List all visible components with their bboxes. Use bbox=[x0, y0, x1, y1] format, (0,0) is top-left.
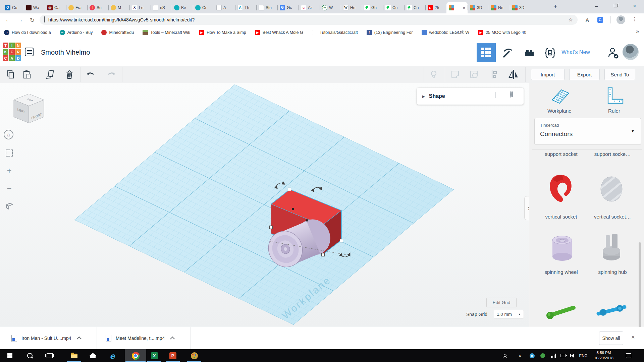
bookmark-item[interactable]: MinecraftEdu bbox=[101, 30, 134, 35]
browser-tab[interactable]: X Le bbox=[129, 2, 151, 13]
workplane-tool[interactable]: Workplane bbox=[534, 86, 585, 115]
search-button[interactable] bbox=[22, 349, 38, 362]
browser-tab[interactable]: A Th bbox=[235, 2, 256, 13]
browser-tab[interactable]: @ Ca bbox=[45, 2, 66, 13]
bookmarks-overflow-chevron[interactable]: » bbox=[636, 28, 639, 35]
window-minimize-button[interactable]: – bbox=[589, 0, 604, 11]
panel-scrollbar[interactable] bbox=[639, 242, 641, 327]
part-thumb-vertical-socket[interactable] bbox=[543, 172, 580, 206]
design-title[interactable]: Smooth Vihelmo bbox=[41, 39, 90, 66]
download-item[interactable]: Iron Man - Suit U....mp4 bbox=[11, 327, 80, 349]
import-button[interactable]: Import bbox=[531, 69, 565, 80]
browser-tab[interactable]: Cu bbox=[383, 2, 404, 13]
tinkercad-logo[interactable]: TIN KER CAD bbox=[3, 43, 21, 61]
browser-tab[interactable]: W He bbox=[341, 2, 362, 13]
browser-tab[interactable]: ! Su bbox=[87, 2, 108, 13]
browser-tab[interactable]: 3D bbox=[510, 2, 531, 13]
url-text[interactable]: https://www.tinkercad.com/things/kA48Aws… bbox=[48, 17, 569, 22]
action-center-icon[interactable] bbox=[623, 349, 635, 362]
paint-icon[interactable] bbox=[186, 349, 202, 362]
edge-icon[interactable]: e bbox=[105, 349, 120, 362]
export-button[interactable]: Export bbox=[569, 69, 600, 80]
minecraft-pickaxe-icon[interactable] bbox=[500, 46, 514, 60]
bookmark-item[interactable]: ▶ Best Whack A Mole G bbox=[255, 30, 303, 35]
show-all-downloads-button[interactable]: Show all bbox=[599, 331, 623, 345]
lego-brick-icon[interactable] bbox=[523, 46, 536, 60]
autodesk-extension-icon[interactable]: A bbox=[584, 16, 591, 23]
omnibox[interactable]: https://www.tinkercad.com/things/kA48Aws… bbox=[40, 15, 578, 25]
copy-icon[interactable] bbox=[5, 69, 16, 80]
language-indicator[interactable]: ENG bbox=[578, 349, 589, 362]
paste-icon[interactable] bbox=[21, 69, 32, 80]
browser-tab[interactable]: W W bbox=[320, 2, 341, 13]
bookmark-item[interactable]: ∞ Arduino - Buy bbox=[60, 30, 93, 35]
browser-tab[interactable]: G Gc bbox=[277, 2, 299, 13]
tab-close-icon[interactable]: × bbox=[463, 5, 465, 10]
part-thumb-spinning-hub[interactable] bbox=[593, 230, 630, 263]
bookmark-star-icon[interactable]: ☆ bbox=[569, 17, 573, 23]
back-button[interactable]: ← bbox=[3, 15, 13, 25]
shape-inspector-dialog[interactable]: ▶ Shape bbox=[417, 88, 524, 105]
bookmark-item[interactable]: ◑ How do I download a bbox=[4, 30, 51, 35]
group-icon[interactable] bbox=[449, 69, 461, 80]
bookmark-item[interactable]: Tutorials/Galacticraft bbox=[312, 30, 358, 35]
show-all-lightbulb-icon[interactable] bbox=[428, 69, 439, 80]
forward-button[interactable]: → bbox=[15, 15, 25, 25]
part-thumb-vertical-socket-2[interactable] bbox=[593, 172, 630, 206]
window-close-button[interactable]: × bbox=[627, 0, 642, 11]
undo-icon[interactable] bbox=[85, 69, 96, 80]
mirror-icon[interactable] bbox=[508, 69, 519, 80]
zoom-out-button[interactable]: − bbox=[4, 183, 15, 194]
design-menu-icon[interactable] bbox=[25, 48, 34, 56]
tray-app-icon[interactable] bbox=[539, 349, 547, 362]
hidden-icons-chevron[interactable]: ∧ bbox=[516, 349, 524, 362]
view-cube[interactable]: TOP LEFT FRONT bbox=[9, 91, 49, 128]
align-icon[interactable] bbox=[489, 69, 500, 80]
browser-tab[interactable]: O Co bbox=[3, 2, 24, 13]
network-icon[interactable] bbox=[549, 349, 557, 362]
zoom-in-button[interactable]: + bbox=[4, 165, 15, 176]
browser-tab[interactable]: Gh bbox=[362, 2, 383, 13]
account-avatar[interactable] bbox=[623, 44, 639, 60]
shape-library-dropdown[interactable]: Tinkercad Connectors ▼ bbox=[534, 118, 641, 145]
tray-edge-icon[interactable]: e bbox=[528, 349, 536, 362]
downloads-bar-close-icon[interactable]: × bbox=[631, 334, 635, 341]
3d-designs-button[interactable] bbox=[477, 43, 496, 62]
task-view-button[interactable] bbox=[42, 349, 57, 362]
browser-tab[interactable]: Cu bbox=[404, 2, 425, 13]
browser-tab[interactable]: u Az bbox=[299, 2, 320, 13]
snap-grid-dropdown[interactable]: 1.0 mm ▲ bbox=[494, 310, 524, 318]
browser-tab[interactable]: × bbox=[446, 2, 468, 13]
perspective-toggle-button[interactable] bbox=[4, 200, 15, 212]
invite-user-icon[interactable] bbox=[606, 46, 620, 60]
edit-grid-button[interactable]: Edit Grid bbox=[486, 298, 517, 307]
delete-icon[interactable] bbox=[64, 69, 75, 80]
whats-new-link[interactable]: What's New bbox=[561, 39, 590, 66]
browser-tab[interactable]: 3D bbox=[468, 2, 489, 13]
browser-tab[interactable]: A bbox=[214, 2, 235, 13]
ruler-tool[interactable]: Ruler bbox=[589, 86, 639, 115]
part-thumb-green-rod[interactable] bbox=[543, 294, 580, 327]
chrome-icon[interactable] bbox=[128, 349, 143, 362]
people-icon[interactable] bbox=[500, 349, 510, 362]
send-to-button[interactable]: Send To bbox=[604, 69, 635, 80]
browser-tab[interactable]: nS bbox=[151, 2, 172, 13]
download-menu-chevron[interactable] bbox=[170, 337, 175, 341]
3d-scene[interactable]: Workplane bbox=[0, 83, 529, 327]
download-item[interactable]: Meet Madeline, t....mp4 bbox=[106, 327, 173, 349]
fit-view-button[interactable] bbox=[4, 147, 15, 159]
browser-tab[interactable]: Cr bbox=[193, 2, 214, 13]
visibility-bulb-icon[interactable] bbox=[510, 92, 513, 98]
browser-menu-icon[interactable]: ⋮ bbox=[632, 16, 637, 22]
browser-tab[interactable]: Wa bbox=[24, 2, 45, 13]
download-menu-chevron[interactable] bbox=[77, 337, 82, 341]
codeblocks-icon[interactable] bbox=[543, 46, 557, 60]
home-view-button[interactable]: ⌂ bbox=[4, 130, 13, 139]
window-maximize-button[interactable] bbox=[608, 0, 623, 11]
lock-icon[interactable] bbox=[495, 92, 495, 98]
collapse-triangle-icon[interactable]: ▶ bbox=[422, 95, 425, 98]
new-tab-button[interactable]: + bbox=[553, 3, 557, 10]
browser-tab[interactable]: Fra bbox=[66, 2, 87, 13]
start-button[interactable] bbox=[2, 349, 17, 362]
part-thumb-blue-rod[interactable] bbox=[593, 294, 630, 327]
